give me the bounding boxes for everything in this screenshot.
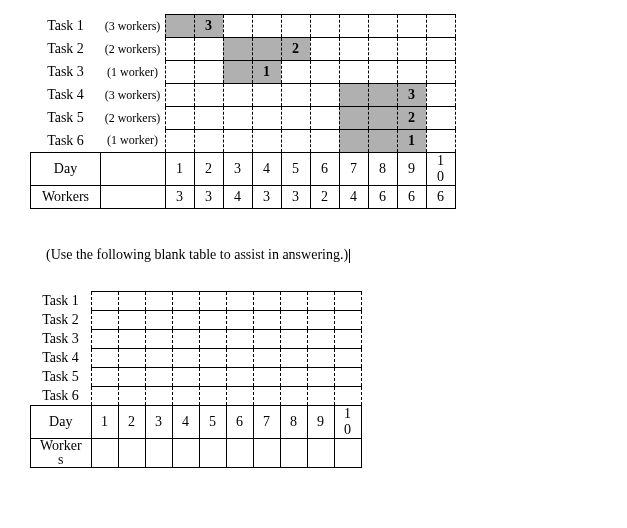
blank-day-number: 9 [307, 406, 334, 439]
gantt-cell [310, 61, 339, 84]
workers-count: 6 [426, 186, 455, 209]
blank-day-number: 6 [226, 406, 253, 439]
blank-gantt-cell [145, 349, 172, 368]
workers-count: 4 [223, 186, 252, 209]
blank-workers-cell [199, 439, 226, 468]
blank-gantt-cell [172, 368, 199, 387]
gantt-cell [165, 38, 194, 61]
blank-gantt-cell [334, 311, 361, 330]
blank-gantt-cell [253, 292, 280, 311]
gantt-cell [223, 107, 252, 130]
blank-gantt-cell [118, 311, 145, 330]
workers-count: 6 [397, 186, 426, 209]
blank-gantt-cell [91, 311, 118, 330]
gantt-cell [194, 107, 223, 130]
task-label: Task 4 [31, 84, 101, 107]
gantt-cell [397, 61, 426, 84]
blank-gantt-cell [91, 368, 118, 387]
gantt-cell [165, 61, 194, 84]
blank-gantt-cell [253, 387, 280, 406]
blank-day-number: 2 [118, 406, 145, 439]
blank-gantt-cell [334, 349, 361, 368]
blank-task-label: Task 1 [31, 292, 92, 311]
blank-table-wrap: Task 1Task 2Task 3Task 4Task 5Task 6Day1… [30, 291, 597, 468]
day-row-header: Day [31, 153, 101, 186]
gantt-cell [368, 38, 397, 61]
gantt-cell [165, 130, 194, 153]
blank-workers-cell [91, 439, 118, 468]
blank-gantt-cell [145, 311, 172, 330]
blank-workers-cell [253, 439, 280, 468]
workers-count: 3 [194, 186, 223, 209]
task-capacity: (2 workers) [101, 38, 166, 61]
blank-gantt-cell [334, 292, 361, 311]
gantt-cell [194, 38, 223, 61]
blank-gantt-cell [253, 368, 280, 387]
day-number: 4 [252, 153, 281, 186]
blank-gantt-cell [172, 311, 199, 330]
task-label: Task 2 [31, 38, 101, 61]
gantt-cell [426, 61, 455, 84]
blank-gantt-cell [280, 387, 307, 406]
gantt-cell [252, 130, 281, 153]
blank-gantt-cell [145, 368, 172, 387]
blank-gantt-cell [226, 292, 253, 311]
blank-day-row-header: Day [31, 406, 92, 439]
gantt-cell [310, 130, 339, 153]
blank-task-label: Task 3 [31, 330, 92, 349]
blank-gantt-cell [253, 311, 280, 330]
blank-gantt-cell [307, 330, 334, 349]
blank-gantt-cell [199, 311, 226, 330]
blank-gantt-cell [226, 330, 253, 349]
text-cursor [349, 249, 350, 263]
blank-gantt-cell [199, 387, 226, 406]
gantt-cell: 2 [397, 107, 426, 130]
spacer-cell [101, 153, 166, 186]
gantt-cell [252, 38, 281, 61]
day-number: 7 [339, 153, 368, 186]
task-label: Task 5 [31, 107, 101, 130]
day-number: 5 [281, 153, 310, 186]
spacer-cell [101, 186, 166, 209]
blank-gantt-cell [253, 330, 280, 349]
gantt-cell [310, 84, 339, 107]
blank-gantt-cell [118, 387, 145, 406]
gantt-cell [339, 84, 368, 107]
blank-task-label: Task 6 [31, 387, 92, 406]
blank-gantt-cell [91, 292, 118, 311]
workers-count: 6 [368, 186, 397, 209]
gantt-cell [397, 38, 426, 61]
blank-task-label: Task 2 [31, 311, 92, 330]
day-number: 8 [368, 153, 397, 186]
task-capacity: (1 worker) [101, 61, 166, 84]
gantt-cell [223, 15, 252, 38]
blank-gantt-cell [226, 387, 253, 406]
blank-gantt-cell [334, 368, 361, 387]
hint-text-content: (Use the following blank table to assist… [46, 247, 348, 262]
gantt-cell: 1 [397, 130, 426, 153]
blank-gantt-cell [280, 292, 307, 311]
blank-day-number: 8 [280, 406, 307, 439]
blank-workers-cell [307, 439, 334, 468]
blank-workers-cell [226, 439, 253, 468]
blank-gantt-cell [280, 368, 307, 387]
blank-gantt-cell [280, 330, 307, 349]
blank-day-number: 1 [91, 406, 118, 439]
blank-gantt-cell [307, 368, 334, 387]
blank-gantt-cell [118, 368, 145, 387]
gantt-cell [339, 107, 368, 130]
blank-workers-cell [334, 439, 361, 468]
gantt-cell [368, 130, 397, 153]
gantt-cell [426, 130, 455, 153]
blank-gantt-cell [172, 292, 199, 311]
blank-day-number: 5 [199, 406, 226, 439]
blank-day-number: 7 [253, 406, 280, 439]
task-label: Task 3 [31, 61, 101, 84]
gantt-cell [194, 84, 223, 107]
blank-gantt-cell [145, 387, 172, 406]
workers-count: 3 [252, 186, 281, 209]
gantt-cell [368, 107, 397, 130]
blank-gantt-cell [307, 387, 334, 406]
blank-task-label: Task 4 [31, 349, 92, 368]
gantt-cell [281, 15, 310, 38]
